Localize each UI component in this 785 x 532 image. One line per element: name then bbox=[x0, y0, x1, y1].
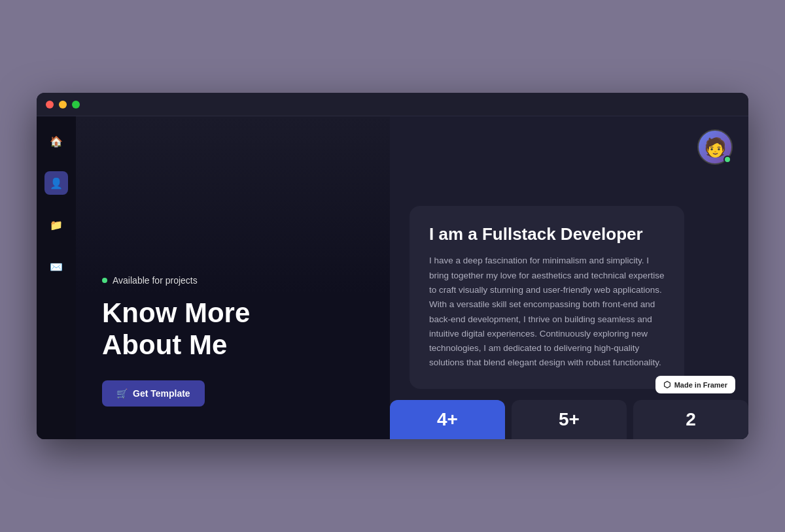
availability-text: Available for projects bbox=[113, 275, 198, 286]
minimize-dot[interactable] bbox=[59, 101, 67, 108]
close-dot[interactable] bbox=[46, 101, 54, 108]
maximize-dot[interactable] bbox=[72, 101, 80, 108]
sidebar-item-contact[interactable]: ✉️ bbox=[44, 255, 68, 278]
stat-value-3: 2 bbox=[686, 409, 696, 430]
stat-value-2: 5+ bbox=[559, 409, 580, 430]
info-card: I am a Fullstack Developer I have a deep… bbox=[410, 206, 684, 388]
stats-row: 4+ 5+ 2 bbox=[390, 400, 748, 439]
hero-title: Know More About Me bbox=[102, 297, 364, 361]
cart-icon: 🛒 bbox=[116, 388, 128, 399]
framer-icon: ⬡ bbox=[663, 380, 671, 390]
card-title: I am a Fullstack Developer bbox=[429, 224, 665, 244]
avatar-online-dot bbox=[724, 156, 731, 163]
availability-badge: Available for projects bbox=[102, 275, 364, 286]
avatar-emoji: 🧑 bbox=[704, 137, 727, 158]
sidebar: 🏠 👤 📁 ✉️ bbox=[37, 116, 76, 439]
framer-badge[interactable]: ⬡ Made in Framer bbox=[655, 376, 735, 393]
left-panel-background bbox=[76, 116, 390, 294]
mail-icon: ✉️ bbox=[50, 261, 63, 273]
stat-card-2: 5+ bbox=[512, 400, 627, 439]
stat-card-1: 4+ bbox=[390, 400, 505, 439]
framer-badge-text: Made in Framer bbox=[674, 381, 727, 389]
person-icon: 👤 bbox=[50, 177, 63, 190]
sidebar-item-home[interactable]: 🏠 bbox=[44, 129, 68, 153]
sidebar-item-about[interactable]: 👤 bbox=[44, 171, 68, 195]
browser-content: 🏠 👤 📁 ✉️ Available for projects Know Mor… bbox=[37, 116, 748, 439]
availability-dot bbox=[102, 278, 107, 283]
left-panel: Available for projects Know More About M… bbox=[76, 116, 390, 439]
title-bar bbox=[37, 93, 748, 116]
home-icon: 🏠 bbox=[50, 135, 63, 148]
get-template-button[interactable]: 🛒 Get Template bbox=[102, 380, 205, 407]
sidebar-item-portfolio[interactable]: 📁 bbox=[44, 213, 68, 237]
stat-card-3: 2 bbox=[633, 400, 748, 439]
folder-icon: 📁 bbox=[50, 219, 63, 231]
browser-window: 🏠 👤 📁 ✉️ Available for projects Know Mor… bbox=[37, 93, 748, 439]
stat-value-1: 4+ bbox=[437, 409, 458, 430]
avatar-container: 🧑 bbox=[697, 129, 733, 165]
get-template-label: Get Template bbox=[133, 388, 190, 399]
right-panel: 🧑 I am a Fullstack Developer I have a de… bbox=[390, 116, 748, 439]
card-description: I have a deep fascination for minimalism… bbox=[429, 254, 665, 370]
